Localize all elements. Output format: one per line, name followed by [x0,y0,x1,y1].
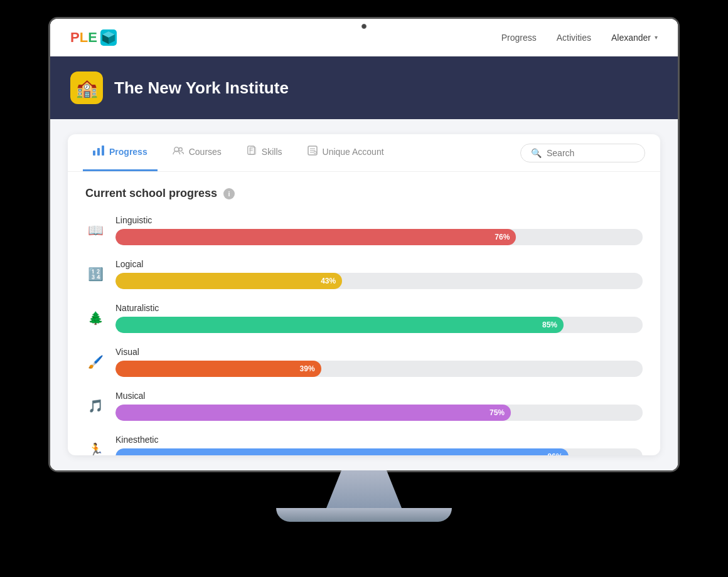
musical-icon: 🎵 [85,398,105,413]
logical-bar-fill: 43% [115,273,342,289]
tabs-bar: Progress Courses [68,134,660,172]
visual-icon: 🖌️ [85,354,105,369]
tab-unique-account[interactable]: Unique Account [297,134,394,171]
school-icon: 🏫 [70,71,103,104]
skills-tab-icon [247,146,257,158]
progress-item-linguistic: 📖 Linguistic 76% [85,215,643,245]
monitor-stand-base [276,508,452,522]
logo-p: P [70,29,80,45]
linguistic-bar-fill: 76% [115,229,516,245]
svg-point-9 [179,148,182,151]
kinesthetic-bar-container: 86% [115,448,643,455]
musical-bar-fill: 75% [115,405,511,421]
search-icon: 🔍 [531,148,542,158]
visual-bar-fill: 39% [115,361,321,377]
tab-courses-label: Courses [189,147,222,157]
nav-links: Progress Activities Alexander ▾ [501,33,658,43]
naturalistic-bar-fill: 85% [115,317,564,333]
logical-icon: 🔢 [85,267,105,282]
kinesthetic-content: Kinesthetic 86% [115,435,643,455]
musical-content: Musical 75% [115,391,643,421]
search-box[interactable]: 🔍 [520,144,645,162]
progress-item-logical: 🔢 Logical 43% [85,259,643,289]
chevron-down-icon: ▾ [655,34,658,41]
svg-rect-5 [93,151,95,156]
visual-label: Visual [115,347,643,357]
logical-label: Logical [115,259,643,269]
linguistic-icon: 📖 [85,223,105,238]
main-content: Progress Courses [50,119,678,470]
musical-bar-container: 75% [115,405,643,421]
musical-label: Musical [115,391,643,401]
naturalistic-bar-container: 85% [115,317,643,333]
search-wrapper: 🔍 [520,144,645,162]
logical-bar-container: 43% [115,273,643,289]
linguistic-bar-container: 76% [115,229,643,245]
nav-user[interactable]: Alexander ▾ [611,33,658,43]
tab-progress-label: Progress [109,147,147,157]
progress-tab-icon [93,146,104,158]
section-title: Current school progress i [85,187,643,200]
monitor-wrapper: PLE Progress Activities Alexander [31,19,697,558]
logo: PLE [70,29,117,46]
progress-section: Current school progress i 📖 Linguistic 7… [68,172,660,455]
progress-item-kinesthetic: 🏃 Kinesthetic 86% [85,435,643,455]
visual-content: Visual 39% [115,347,643,377]
svg-point-15 [314,151,316,154]
progress-item-naturalistic: 🌲 Naturalistic 85% [85,303,643,333]
nav-progress-link[interactable]: Progress [501,33,537,43]
kinesthetic-icon: 🏃 [85,442,105,455]
monitor-stand-neck [326,470,402,508]
nav-activities-link[interactable]: Activities [557,33,591,43]
monitor-screen: PLE Progress Activities Alexander [50,19,678,470]
courses-tab-icon [173,146,184,158]
nav-user-name: Alexander [611,33,651,43]
unique-account-tab-icon [308,146,318,158]
svg-rect-6 [97,148,100,156]
info-icon: i [223,188,235,199]
content-card: Progress Courses [68,134,660,455]
tab-skills-label: Skills [262,147,282,157]
linguistic-label: Linguistic [115,215,643,225]
tab-courses[interactable]: Courses [163,134,232,171]
progress-item-visual: 🖌️ Visual 39% [85,347,643,377]
progress-item-musical: 🎵 Musical 75% [85,391,643,421]
visual-bar-container: 39% [115,361,643,377]
naturalistic-label: Naturalistic [115,303,643,313]
school-name: The New York Institute [114,78,289,98]
naturalistic-icon: 🌲 [85,310,105,326]
logo-cube-icon [100,29,117,46]
kinesthetic-bar-fill: 86% [115,448,569,455]
progress-items-container: 📖 Linguistic 76% 🔢 Logical 43% [85,215,643,455]
svg-rect-7 [102,146,104,156]
app-container: PLE Progress Activities Alexander [50,19,678,470]
tab-skills[interactable]: Skills [237,134,292,171]
school-header: 🏫 The New York Institute [50,56,678,119]
logical-content: Logical 43% [115,259,643,289]
tab-progress[interactable]: Progress [83,134,158,171]
kinesthetic-label: Kinesthetic [115,435,643,445]
linguistic-content: Linguistic 76% [115,215,643,245]
logo-l: L [80,29,88,45]
logo-e: E [88,29,97,45]
naturalistic-content: Naturalistic 85% [115,303,643,333]
camera-dot [361,24,367,29]
search-input[interactable] [547,148,634,158]
tab-unique-account-label: Unique Account [323,147,384,157]
